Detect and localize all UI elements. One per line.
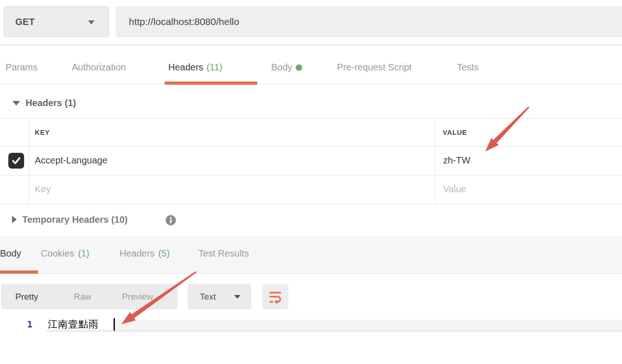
button-label: Raw <box>74 292 91 302</box>
url-input[interactable]: http://localhost:8080/hello <box>115 6 622 37</box>
table-border <box>0 204 622 204</box>
collapse-caret-down-icon[interactable] <box>13 101 20 106</box>
collapse-caret-right-icon[interactable] <box>12 216 17 223</box>
table-column-divider <box>29 118 29 204</box>
url-text: http://localhost:8080/hello <box>129 16 239 27</box>
pretty-button[interactable]: Pretty <box>15 284 38 309</box>
temporary-headers-title[interactable]: Temporary Headers (10) <box>22 214 128 225</box>
tab-label: Body <box>271 62 292 73</box>
annotation-arrow-value <box>485 107 529 151</box>
editor-line-highlight <box>116 320 622 330</box>
headers-section-title[interactable]: Headers (1) <box>25 98 76 108</box>
tab-count-badge: (5) <box>159 248 170 259</box>
header-value-cell[interactable]: zh-TW <box>443 155 470 166</box>
active-tab-underline <box>165 82 257 85</box>
header-row-checkbox[interactable] <box>8 153 24 169</box>
tab-pre-request-script[interactable]: Pre-request Script <box>337 51 412 84</box>
tab-label: Tests <box>457 62 479 73</box>
wrap-lines-button[interactable] <box>262 284 288 309</box>
response-tab-test-results[interactable]: Test Results <box>198 236 249 270</box>
tab-headers[interactable]: Headers (11) <box>168 51 222 84</box>
button-label: Preview <box>122 292 153 302</box>
new-key-input[interactable]: Key <box>35 184 51 195</box>
request-tabs-bar: Params Authorization Headers (11) Body P… <box>0 51 622 85</box>
format-label: Text <box>200 292 216 302</box>
button-label: Pretty <box>15 292 38 302</box>
tab-tests[interactable]: Tests <box>457 51 479 84</box>
tab-label: Headers <box>168 62 203 73</box>
header-key-cell[interactable]: Accept-Language <box>35 155 108 166</box>
checkmark-icon <box>11 156 21 166</box>
table-border <box>0 146 622 147</box>
column-header-value: VALUE <box>443 128 467 136</box>
editor-line-number: 1 <box>22 319 32 329</box>
new-value-input[interactable]: Value <box>443 184 466 195</box>
wrap-text-icon <box>268 289 283 305</box>
method-dropdown[interactable]: GET <box>4 6 109 37</box>
raw-button[interactable]: Raw <box>74 284 91 309</box>
active-response-tab-underline <box>0 270 38 274</box>
preview-button[interactable]: Preview <box>122 284 153 309</box>
tab-label: Headers <box>120 248 155 259</box>
tab-label: Test Results <box>198 248 249 259</box>
column-header-key: KEY <box>35 128 50 136</box>
chevron-down-icon <box>234 295 241 299</box>
body-content-dot-icon <box>296 64 302 71</box>
tab-label: Pre-request Script <box>337 62 412 73</box>
tab-label: Authorization <box>72 62 126 73</box>
format-dropdown[interactable]: Text <box>188 284 251 309</box>
response-body-text[interactable]: 江南壹點雨 <box>48 318 99 331</box>
table-column-divider <box>435 118 436 204</box>
editor-line-highlight <box>46 330 622 332</box>
tab-count-badge: (1) <box>78 248 89 259</box>
table-border <box>0 118 622 119</box>
tab-params[interactable]: Params <box>6 51 38 84</box>
tab-count-badge: (11) <box>207 62 222 73</box>
chevron-down-icon <box>88 20 95 25</box>
tab-label: Body <box>0 248 21 259</box>
tab-authorization[interactable]: Authorization <box>72 51 126 84</box>
tab-label: Cookies <box>41 248 74 259</box>
response-tab-headers[interactable]: Headers (5) <box>120 236 170 270</box>
info-icon[interactable] <box>165 215 176 226</box>
response-tabs-bar <box>0 236 622 274</box>
response-tab-body[interactable]: Body <box>0 236 21 270</box>
method-label: GET <box>15 17 35 27</box>
postman-window: GET http://localhost:8080/hello Params A… <box>0 0 622 364</box>
topbar-divider <box>0 44 622 45</box>
table-border <box>0 175 622 176</box>
text-cursor <box>114 318 115 331</box>
tab-body[interactable]: Body <box>271 51 302 84</box>
response-tab-cookies[interactable]: Cookies (1) <box>41 236 89 270</box>
tab-label: Params <box>6 62 38 73</box>
